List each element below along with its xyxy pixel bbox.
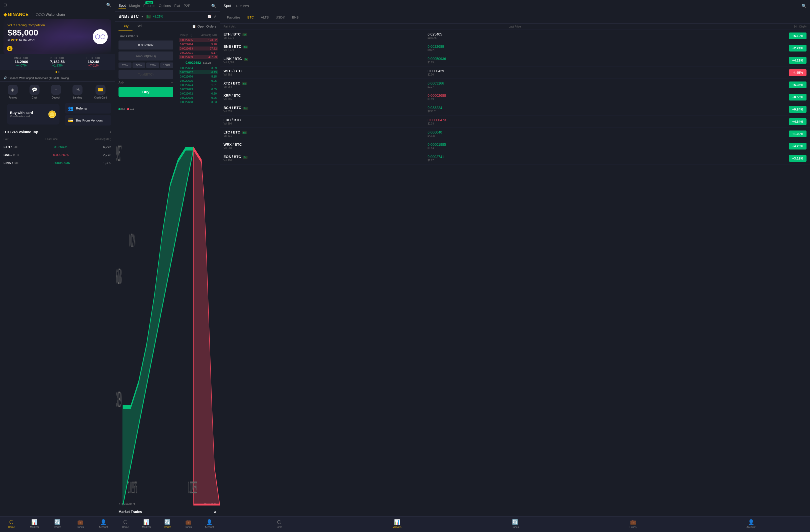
open-orders-btn[interactable]: 📋 Open Orders (192, 21, 216, 31)
market-row-eth[interactable]: ETH / BTC 5x Vol 6,276 0.025405 $182.45 … (220, 30, 810, 42)
list-col-pair: Pair / Vol↓ (224, 25, 236, 28)
market-row-wrx[interactable]: WRX / BTC Vol 508 0.00001985 $0.14 +4.25… (220, 140, 810, 152)
ticker-bnb[interactable]: BNB / USDT 16.2900 +4.07% (14, 57, 28, 67)
amount-plus-btn[interactable]: + (167, 54, 171, 58)
market-row-ltc[interactable]: LTC / BTC 5x Vol 531 0.006040 $43.37 +1.… (220, 128, 810, 140)
right-nav-account[interactable]: 👤 Account (744, 519, 759, 529)
ob-sell-row[interactable]: 0.0022695 123.82 (179, 38, 218, 42)
buy-vendors-item[interactable]: 💳 Buy From Vendors (65, 115, 112, 126)
tab-fiat[interactable]: Fiat (174, 3, 180, 9)
vol-row-bnb[interactable]: BNB / BTC 0.0022676 2,778 (3, 151, 111, 159)
tab-futures[interactable]: NEW Futures (144, 3, 155, 9)
ob-buy-row[interactable]: 0.0022676 5.15 (179, 75, 218, 79)
pct-100-btn[interactable]: 100% (160, 63, 173, 68)
search-icon[interactable]: 🔍 (106, 2, 111, 7)
ob-buy-row[interactable]: 0.0022672 0.50 (179, 92, 218, 96)
volume-chevron-icon[interactable]: › (110, 130, 111, 134)
ob-buy-row[interactable]: 0.0022684 3.89 (179, 66, 218, 70)
ob-sell-row[interactable]: 0.0022691 5.17 (179, 51, 218, 55)
market-row-lrc[interactable]: LRC / BTC Vol 596 0.00000473 $0.03 +4.64… (220, 115, 810, 128)
ob-buy-row[interactable]: 0.0022668 3.83 (179, 100, 218, 104)
buy-tab[interactable]: Buy (118, 21, 132, 31)
ob-buy-row[interactable]: 0.0022675 0.05 (179, 79, 218, 83)
referral-item[interactable]: 👥 Referral (65, 103, 112, 113)
tab-spot[interactable]: Spot (118, 2, 126, 9)
market-tab-favorites[interactable]: Favorites (224, 14, 244, 21)
left-nav-account[interactable]: 👤 Account (96, 519, 111, 529)
price-input[interactable] (125, 43, 167, 47)
vol-row-link[interactable]: LINK / BTC 0.00050936 1,389 (3, 159, 111, 167)
action-futures[interactable]: ◈ Futures (8, 85, 18, 99)
market-tab-usd[interactable]: USD© (272, 14, 289, 21)
market-tab-bnb[interactable]: BNB (289, 14, 302, 21)
menu-icon[interactable]: ⊡ (3, 2, 7, 7)
right-nav-markets[interactable]: 📊 Markets (389, 519, 405, 529)
ticker-eth[interactable]: ETH / USDT 182.48 +7.01% (86, 57, 100, 67)
market-tab-alts[interactable]: ALTS (257, 14, 272, 21)
market-row-bch[interactable]: BCH / BTC 5x Vol 659 0.033224 $238.61 +0… (220, 103, 810, 115)
price-minus-btn[interactable]: − (120, 43, 125, 47)
action-lending[interactable]: % Lending (72, 85, 82, 99)
announcement-text: Binance Will Support Tomochain (TOMO) St… (9, 77, 69, 80)
left-home-icon: ⬡ (9, 519, 14, 525)
ob-buy-row[interactable]: 0.0022670 0.26 (179, 96, 218, 100)
left-nav-funds[interactable]: 💼 Funds (73, 519, 88, 529)
mid-search-icon[interactable]: 🔍 (211, 3, 216, 8)
right-nav-home[interactable]: ⬡ Home (272, 519, 287, 529)
referral-label: Referral (76, 107, 87, 110)
left-nav-trades[interactable]: 🔄 Trades (50, 519, 65, 529)
pct-25-btn[interactable]: 25% (118, 63, 131, 68)
right-tab-spot[interactable]: Spot (224, 2, 231, 9)
ticker-btc[interactable]: BTC / USDT 7,182.56 +1.83% (50, 57, 65, 67)
mid-nav-funds[interactable]: 💼 Funds (181, 519, 196, 529)
sell-tab[interactable]: Sell (132, 21, 146, 31)
ob-sell-price-4: 0.0022691 (180, 51, 193, 54)
amount-minus-btn[interactable]: − (120, 54, 125, 58)
market-row-link[interactable]: LINK / BTC 5x Vol 1,389 0.00050936 $3.65… (220, 54, 810, 66)
right-nav-trades[interactable]: 🔄 Trades (507, 519, 522, 529)
ob-sell-row[interactable]: 0.0022689 497.29 (179, 55, 218, 59)
vol-row-eth[interactable]: ETH / BTC 0.025406 6,275 (3, 143, 111, 151)
action-credit-card[interactable]: 💳 Credit Card (94, 85, 107, 99)
ob-buy-row[interactable]: 0.0022682 6.13 (179, 70, 218, 74)
market-trades-expand-icon[interactable]: ∧ (214, 510, 216, 514)
tab-p2p[interactable]: P2P (184, 3, 190, 9)
price-plus-btn[interactable]: + (167, 43, 171, 47)
right-nav-funds[interactable]: 💼 Funds (626, 519, 641, 529)
market-row-wtc[interactable]: WTC / BTC Vol 992 0.0000429 $0.30 -4.45% (220, 66, 810, 79)
banner-amount: $85,000 (7, 28, 107, 37)
market-row-eos[interactable]: EOS / BTC 5x Vol 490 0.0002741 $1.97 +3.… (220, 152, 810, 164)
ob-buy-row[interactable]: 0.0022673 0.05 (179, 87, 218, 91)
left-nav-home[interactable]: ⬡ Home (4, 519, 19, 529)
link-vol: Vol 1,389 (224, 61, 427, 64)
market-row-bnb[interactable]: BNB / BTC 5x Vol 2,779 0.0022689 $16.29 … (220, 42, 810, 54)
market-row-xrp[interactable]: XRP / BTC Vol 765 0.00002688 $0.19 +0.56… (220, 91, 810, 103)
market-tab-btc[interactable]: BTC (244, 14, 257, 21)
right-tab-futures[interactable]: Futures (236, 3, 249, 9)
mid-nav-trades[interactable]: 🔄 Trades (160, 519, 175, 529)
ob-buy-row[interactable]: 0.0022674 1.01 (179, 83, 218, 87)
action-deposit[interactable]: ↑ Deposit (51, 85, 61, 99)
tab-margin[interactable]: Margin (129, 3, 140, 9)
buy-button[interactable]: Buy (118, 87, 173, 97)
ob-sell-row[interactable]: 0.0022694 5.28 (179, 42, 218, 46)
pct-75-btn[interactable]: 75% (146, 63, 159, 68)
mid-nav-home[interactable]: ⬡ Home (118, 519, 133, 529)
amount-input[interactable] (125, 54, 167, 58)
candlestick-icon[interactable]: 📈 (208, 15, 211, 18)
tab-options[interactable]: Options (159, 3, 171, 9)
action-chat[interactable]: 💬 Chat (30, 85, 39, 99)
mid-nav-markets[interactable]: 📊 Markets (139, 519, 154, 529)
buy-card-section[interactable]: Buy with card Visa/Mastercard 🪙 (7, 104, 60, 125)
transfer-icon[interactable]: ⇄ (214, 15, 216, 18)
left-nav-markets[interactable]: 📊 Markets (27, 519, 42, 529)
order-type-chevron-icon[interactable]: ▼ (136, 35, 139, 37)
pair-arrow-icon[interactable]: ▼ (141, 15, 144, 18)
wrx-vol: Vol 508 (224, 147, 427, 149)
pct-50-btn[interactable]: 50% (132, 63, 146, 68)
market-row-xtz[interactable]: XTZ / BTC 5x Vol 954 0.0003166 $2.27 +5.… (220, 79, 810, 91)
mid-nav-account[interactable]: 👤 Account (202, 519, 217, 529)
right-trades-icon: 🔄 (512, 519, 518, 525)
ob-sell-row[interactable]: 0.0022693 27.82 (179, 47, 218, 50)
right-search-icon[interactable]: 🔍 (801, 3, 807, 8)
